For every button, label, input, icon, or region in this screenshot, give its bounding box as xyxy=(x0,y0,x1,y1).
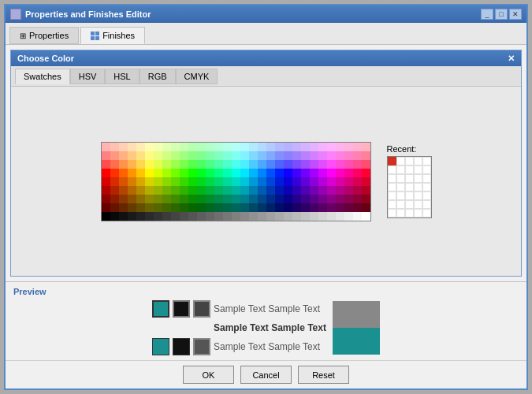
color-cell[interactable] xyxy=(162,169,171,177)
color-cell[interactable] xyxy=(119,177,128,186)
color-cell[interactable] xyxy=(353,195,362,203)
color-cell[interactable] xyxy=(327,177,336,186)
color-cell[interactable] xyxy=(128,186,136,195)
color-cell[interactable] xyxy=(110,151,119,160)
color-cell[interactable] xyxy=(154,203,162,212)
color-cell[interactable] xyxy=(336,177,344,186)
color-cell[interactable] xyxy=(327,203,336,212)
recent-cell[interactable] xyxy=(396,183,405,191)
color-cell[interactable] xyxy=(110,143,119,151)
color-cell[interactable] xyxy=(214,186,223,195)
color-cell[interactable] xyxy=(110,186,119,195)
color-cell[interactable] xyxy=(266,203,275,212)
color-cell[interactable] xyxy=(197,195,206,203)
color-cell[interactable] xyxy=(266,195,275,203)
color-cell[interactable] xyxy=(258,151,266,160)
color-cell[interactable] xyxy=(206,160,214,169)
color-cell[interactable] xyxy=(154,160,162,169)
color-cell[interactable] xyxy=(162,160,171,169)
color-cell[interactable] xyxy=(197,203,206,212)
color-cell[interactable] xyxy=(362,177,370,186)
color-cell[interactable] xyxy=(310,160,318,169)
color-cell[interactable] xyxy=(301,177,310,186)
color-cell[interactable] xyxy=(136,143,145,151)
color-cell[interactable] xyxy=(223,169,232,177)
color-cell[interactable] xyxy=(223,160,232,169)
color-cell[interactable] xyxy=(162,195,171,203)
color-cell[interactable] xyxy=(110,169,119,177)
color-cell[interactable] xyxy=(266,177,275,186)
color-cell[interactable] xyxy=(240,169,249,177)
color-cell[interactable] xyxy=(128,212,136,221)
color-cell[interactable] xyxy=(110,160,119,169)
color-cell[interactable] xyxy=(301,143,310,151)
color-cell[interactable] xyxy=(223,177,232,186)
color-tab-swatches[interactable]: Swatches xyxy=(15,69,70,84)
color-cell[interactable] xyxy=(188,151,197,160)
color-tab-hsv[interactable]: HSV xyxy=(70,69,106,84)
color-cell[interactable] xyxy=(258,143,266,151)
color-cell[interactable] xyxy=(344,160,353,169)
ok-button[interactable]: OK xyxy=(183,366,234,384)
color-cell[interactable] xyxy=(318,203,327,212)
color-cell[interactable] xyxy=(275,177,284,186)
recent-cell[interactable] xyxy=(422,183,431,191)
color-cell[interactable] xyxy=(318,186,327,195)
color-cell[interactable] xyxy=(310,203,318,212)
color-cell[interactable] xyxy=(214,195,223,203)
color-cell[interactable] xyxy=(206,195,214,203)
color-cell[interactable] xyxy=(344,203,353,212)
color-cell[interactable] xyxy=(344,212,353,221)
color-cell[interactable] xyxy=(318,151,327,160)
color-cell[interactable] xyxy=(249,212,258,221)
color-cell[interactable] xyxy=(266,151,275,160)
color-cell[interactable] xyxy=(214,151,223,160)
color-cell[interactable] xyxy=(136,195,145,203)
color-cell[interactable] xyxy=(362,160,370,169)
color-cell[interactable] xyxy=(232,177,240,186)
color-cell[interactable] xyxy=(214,143,223,151)
color-cell[interactable] xyxy=(362,151,370,160)
color-cell[interactable] xyxy=(292,143,301,151)
recent-cell[interactable] xyxy=(422,191,431,200)
color-cell[interactable] xyxy=(206,177,214,186)
color-cell[interactable] xyxy=(275,169,284,177)
color-cell[interactable] xyxy=(336,212,344,221)
color-cell[interactable] xyxy=(145,169,154,177)
color-cell[interactable] xyxy=(327,195,336,203)
color-cell[interactable] xyxy=(171,195,180,203)
color-cell[interactable] xyxy=(102,212,110,221)
swatch-teal-small[interactable] xyxy=(152,338,169,355)
recent-cell[interactable] xyxy=(414,183,422,191)
color-cell[interactable] xyxy=(136,169,145,177)
color-cell[interactable] xyxy=(119,160,128,169)
color-cell[interactable] xyxy=(171,203,180,212)
color-cell[interactable] xyxy=(292,177,301,186)
color-cell[interactable] xyxy=(292,186,301,195)
color-cell[interactable] xyxy=(162,177,171,186)
color-cell[interactable] xyxy=(336,160,344,169)
recent-cell[interactable] xyxy=(388,191,396,200)
color-cell[interactable] xyxy=(128,195,136,203)
recent-cell[interactable] xyxy=(422,157,431,165)
color-cell[interactable] xyxy=(353,203,362,212)
recent-cell[interactable] xyxy=(422,200,431,209)
color-cell[interactable] xyxy=(197,151,206,160)
color-cell[interactable] xyxy=(188,177,197,186)
color-cell[interactable] xyxy=(102,203,110,212)
maximize-button[interactable]: □ xyxy=(495,9,508,20)
recent-cell[interactable] xyxy=(422,209,431,217)
color-cell[interactable] xyxy=(336,169,344,177)
color-cell[interactable] xyxy=(275,151,284,160)
color-cell[interactable] xyxy=(240,186,249,195)
color-cell[interactable] xyxy=(266,186,275,195)
color-cell[interactable] xyxy=(171,151,180,160)
recent-cell[interactable] xyxy=(422,165,431,174)
color-cell[interactable] xyxy=(180,151,188,160)
color-cell[interactable] xyxy=(128,177,136,186)
color-cell[interactable] xyxy=(301,195,310,203)
color-cell[interactable] xyxy=(232,203,240,212)
tab-finishes[interactable]: Finishes xyxy=(80,27,145,44)
color-cell[interactable] xyxy=(171,143,180,151)
color-cell[interactable] xyxy=(128,160,136,169)
